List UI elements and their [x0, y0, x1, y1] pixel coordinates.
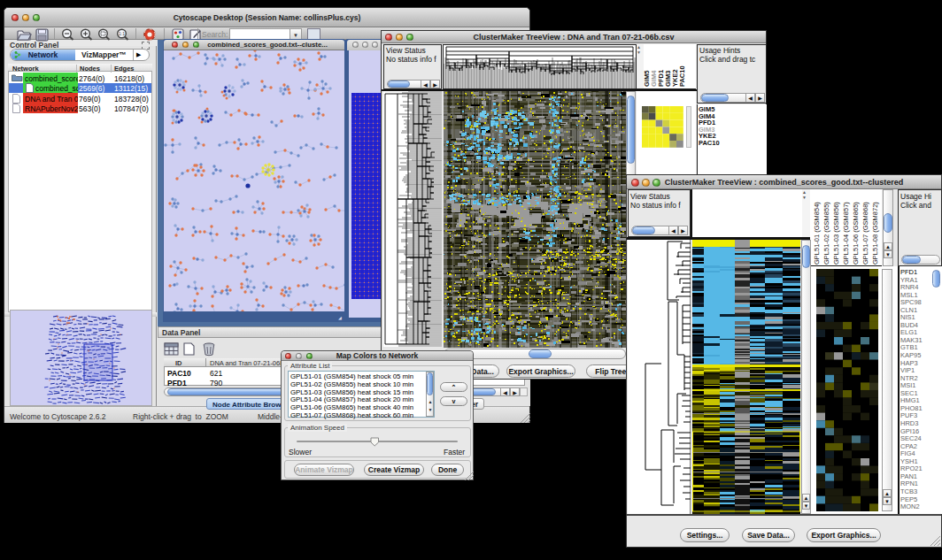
svg-text:1:1: 1:1 [119, 31, 125, 36]
